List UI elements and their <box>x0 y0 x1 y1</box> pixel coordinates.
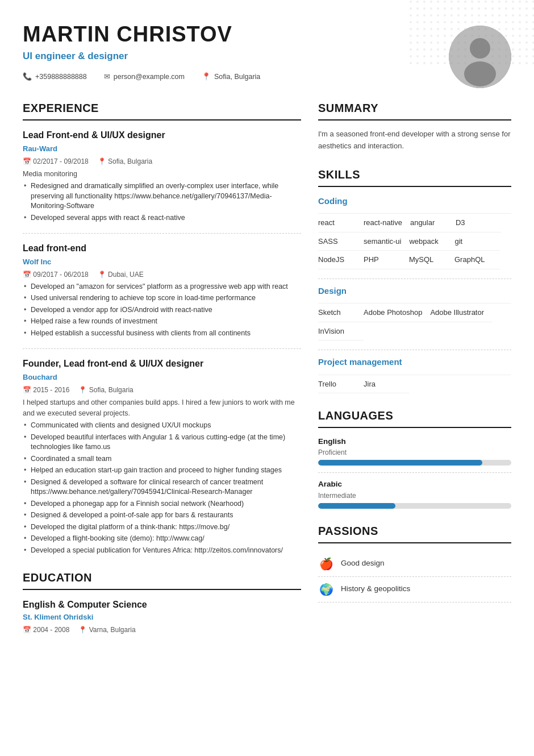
skill-php: PHP <box>364 251 409 269</box>
passions-title: PASSIONS <box>318 522 511 543</box>
exp-meta-2: 📅 09/2017 - 06/2018 📍 Dubai, UAE <box>23 269 301 280</box>
edu-dates-1: 📅 2004 - 2008 <box>23 625 69 635</box>
bullet: Designed & developed a software for clin… <box>23 477 301 497</box>
location-contact: 📍 Sofia, Bulgaria <box>202 71 260 82</box>
candidate-name: MARTIN CHRISTOV <box>23 23 437 47</box>
exp-bullets-1: Redesigned and dramatically simplified a… <box>23 181 301 223</box>
bullet: Used universal rendering to achieve top … <box>23 293 301 304</box>
exp-meta-1: 📅 02/2017 - 09/2018 📍 Sofia, Bulgaria <box>23 156 301 167</box>
passion-history-label: History & geopolitics <box>341 583 410 595</box>
skill-jira: Jira <box>364 375 409 394</box>
phone-number: +359888888888 <box>35 72 87 82</box>
profile-photo <box>449 26 511 88</box>
edu-school-1: St. Kliment Ohridski <box>23 612 301 623</box>
coding-skills-grid: react react-native angular D3 SASS seman… <box>318 213 511 269</box>
bullet: Helped establish a successful business w… <box>23 329 301 339</box>
phone-icon: 📞 <box>23 71 32 82</box>
right-column: SUMMARY I'm a seasoned front-end develop… <box>318 99 511 649</box>
exp-location-3: 📍 Sofia, Bulgaria <box>78 385 133 395</box>
header: MARTIN CHRISTOV UI engineer & designer 📞… <box>23 23 511 88</box>
skill-semantic-ui: semantic-ui <box>364 232 409 251</box>
skill-d3: D3 <box>456 214 501 232</box>
bullet: Helped an education start-up gain tracti… <box>23 466 301 476</box>
passions-section: PASSIONS 🍎 Good design 🌍 History & geopo… <box>318 522 511 603</box>
passion-design: 🍎 Good design <box>318 551 511 577</box>
exp-company-3: Bouchard <box>23 372 301 383</box>
exp-company-1: Rau-Ward <box>23 143 301 155</box>
skills-section: SKILLS Coding react react-native angular… <box>318 166 511 394</box>
exp-bullets-2: Developed an "amazon for services" platf… <box>23 282 301 339</box>
bullet: Coordinated a small team <box>23 454 301 464</box>
contact-info: 📞 +359888888888 ✉ person@example.com 📍 S… <box>23 71 437 82</box>
skills-title: SKILLS <box>318 166 511 187</box>
skill-angular: angular <box>410 214 456 232</box>
skill-sass: SASS <box>318 232 364 251</box>
bullet: Communicated with clients and designed U… <box>23 421 301 431</box>
coding-category-label: Coding <box>318 195 511 208</box>
bullet: Developed a vendor app for iOS/Android w… <box>23 305 301 315</box>
summary-title: SUMMARY <box>318 99 511 121</box>
bullet: Redesigned and dramatically simplified a… <box>23 181 301 211</box>
bullet: Developed a phonegap app for a Finnish s… <box>23 499 301 509</box>
edu-degree-1: English & Computer Science <box>23 598 301 612</box>
candidate-title: UI engineer & designer <box>23 49 437 64</box>
skill-git: git <box>454 232 500 251</box>
bullet: Developed the digital platform of a thin… <box>23 522 301 533</box>
photo-placeholder <box>449 26 511 88</box>
edu-location-1: 📍 Varna, Bulgaria <box>78 625 135 635</box>
languages-section: LANGUAGES English Proficient Arabic Inte… <box>318 407 511 509</box>
location-icon: 📍 <box>202 71 211 82</box>
lang-english-level: Proficient <box>318 447 511 458</box>
exp-role-2: Lead front-end <box>23 242 301 255</box>
skills-divider-2 <box>318 350 511 350</box>
skill-react-native: react-native <box>364 214 410 232</box>
experience-title: EXPERIENCE <box>23 99 301 121</box>
lang-arabic: Arabic Intermediate <box>318 479 511 508</box>
lang-arabic-fill <box>318 503 395 509</box>
education-section: EDUCATION English & Computer Science St.… <box>23 569 301 635</box>
skill-graphql: GraphQL <box>454 251 500 269</box>
passion-design-icon: 🍎 <box>318 556 334 572</box>
exp-dates-2: 📅 09/2017 - 06/2018 <box>23 269 89 280</box>
exp-item-3: Founder, Lead front-end & UI/UX designer… <box>23 357 301 555</box>
skill-nodejs: NodeJS <box>318 251 364 269</box>
lang-english-name: English <box>318 436 511 447</box>
lang-english-fill <box>318 460 482 466</box>
lang-arabic-level: Intermediate <box>318 491 511 501</box>
exp-item-2: Lead front-end Wolf Inc 📅 09/2017 - 06/2… <box>23 242 301 338</box>
bullet: Developed beautiful interfaces with Angu… <box>23 433 301 452</box>
passion-history-icon: 🌍 <box>318 581 334 597</box>
svg-point-4 <box>464 61 496 86</box>
skill-invision: InVision <box>318 322 364 341</box>
bullet: Developed an "amazon for services" platf… <box>23 282 301 292</box>
skill-webpack: webpack <box>409 232 454 251</box>
pm-skills-grid: Trello Jira <box>318 375 511 394</box>
exp-location-2: 📍 Dubai, UAE <box>98 269 144 280</box>
skill-mysql: MySQL <box>409 251 454 269</box>
lang-arabic-bar <box>318 503 511 509</box>
education-title: EDUCATION <box>23 569 301 590</box>
passion-design-label: Good design <box>341 558 385 569</box>
bullet: Developed several apps with react & reac… <box>23 213 301 223</box>
exp-desc-1: Media monitoring <box>23 169 301 180</box>
email-contact: ✉ person@example.com <box>104 71 185 82</box>
languages-title: LANGUAGES <box>318 407 511 428</box>
lang-english-bar <box>318 460 511 466</box>
exp-meta-3: 📅 2015 - 2016 📍 Sofia, Bulgaria <box>23 385 301 395</box>
edu-item-1: English & Computer Science St. Kliment O… <box>23 598 301 635</box>
exp-divider-2 <box>23 348 301 349</box>
design-category-label: Design <box>318 285 511 298</box>
main-layout: EXPERIENCE Lead Front-end & UI/UX design… <box>23 99 511 649</box>
exp-dates-3: 📅 2015 - 2016 <box>23 385 69 395</box>
pm-category-label: Project management <box>318 356 511 369</box>
skill-trello: Trello <box>318 375 364 394</box>
lang-arabic-name: Arabic <box>318 479 511 490</box>
exp-bullets-3: Communicated with clients and designed U… <box>23 421 301 555</box>
skill-adobe-photoshop: Adobe Photoshop <box>364 304 430 322</box>
phone-contact: 📞 +359888888888 <box>23 71 87 82</box>
lang-english: English Proficient <box>318 436 511 466</box>
bullet: Designed & developed a point-of-sale app… <box>23 510 301 521</box>
svg-point-3 <box>470 38 490 59</box>
lang-divider <box>318 472 511 473</box>
bullet: Helped raise a few rounds of investment <box>23 317 301 327</box>
